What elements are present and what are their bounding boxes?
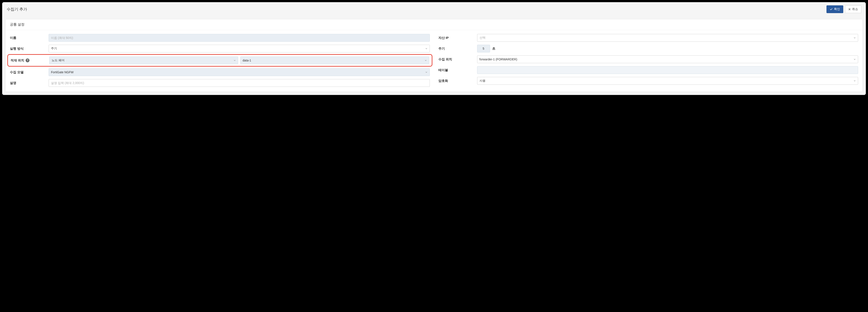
help-icon[interactable]: ?: [26, 59, 29, 62]
encrypt-select[interactable]: 사용: [477, 77, 858, 85]
chevron-down-icon: [854, 58, 856, 60]
label-load-location: 적재 위치 ?: [10, 59, 49, 63]
load-location-target-value: data-1: [243, 59, 425, 62]
right-column: 자산 IP 선택 주기 초: [438, 34, 858, 87]
row-period: 주기 초: [438, 45, 858, 53]
collect-model-value: FortiGate NGFW: [51, 70, 425, 74]
name-input[interactable]: [49, 34, 430, 42]
table-input[interactable]: [477, 66, 858, 74]
check-icon: [830, 8, 833, 11]
load-location-type-select[interactable]: 노드 페어: [49, 57, 238, 64]
panel-body: 이름 실행 방식 주기: [6, 30, 862, 92]
period-input[interactable]: [477, 45, 490, 53]
form-columns: 이름 실행 방식 주기: [10, 34, 858, 87]
close-icon: [848, 8, 851, 10]
chevron-down-icon: [854, 80, 856, 82]
row-desc: 설명: [10, 79, 430, 87]
row-collect-model: 수집 모델 FortiGate NGFW: [10, 68, 430, 76]
label-encrypt: 암호화: [438, 79, 477, 83]
period-unit: 초: [492, 47, 495, 51]
panel-title: 공통 설정: [6, 19, 862, 30]
common-settings-panel: 공통 설정 이름 실행 방식 주기: [5, 19, 863, 92]
row-asset-ip: 자산 IP 선택: [438, 34, 858, 42]
add-collector-modal: 수집기 추가 확인 취소 공통 설정 이름: [2, 2, 866, 95]
collect-model-select[interactable]: FortiGate NGFW: [49, 68, 430, 76]
chevron-down-icon: [234, 59, 236, 62]
chevron-down-icon: [425, 71, 428, 73]
encrypt-value: 사용: [479, 79, 854, 83]
row-collect-location: 수집 위치 forwarder-1 (FORWARDER): [438, 56, 858, 63]
label-asset-ip: 자산 IP: [438, 36, 477, 40]
collect-location-value: forwarder-1 (FORWARDER): [479, 58, 854, 61]
chevron-down-icon: [854, 37, 856, 39]
highlighted-load-location: 적재 위치 ? 노드 페어 data-1: [7, 54, 432, 67]
collect-location-select[interactable]: forwarder-1 (FORWARDER): [477, 56, 858, 63]
row-name: 이름: [10, 34, 430, 42]
load-location-target-select[interactable]: data-1: [240, 57, 429, 64]
row-exec-mode: 실행 방식 주기: [10, 45, 430, 53]
label-load-location-text: 적재 위치: [10, 59, 24, 63]
modal-header: 수집기 추가 확인 취소: [2, 2, 866, 16]
asset-ip-placeholder: 선택: [479, 36, 854, 40]
cancel-label: 취소: [852, 7, 858, 11]
modal-title: 수집기 추가: [7, 7, 27, 12]
header-buttons: 확인 취소: [827, 5, 861, 13]
row-load-location: 적재 위치 ? 노드 페어 data-1: [10, 57, 429, 64]
label-collect-model: 수집 모델: [10, 70, 49, 74]
left-column: 이름 실행 방식 주기: [10, 34, 430, 87]
exec-mode-value: 주기: [51, 47, 425, 50]
confirm-button[interactable]: 확인: [827, 5, 843, 13]
label-table: 테이블: [438, 68, 477, 72]
label-collect-location: 수집 위치: [438, 57, 477, 62]
row-encrypt: 암호화 사용: [438, 77, 858, 85]
confirm-label: 확인: [834, 7, 840, 11]
exec-mode-select[interactable]: 주기: [49, 45, 430, 53]
asset-ip-select[interactable]: 선택: [477, 34, 858, 42]
label-name: 이름: [10, 36, 49, 40]
chevron-down-icon: [425, 59, 427, 62]
row-table: 테이블: [438, 66, 858, 74]
label-desc: 설명: [10, 81, 49, 85]
chevron-down-icon: [425, 47, 428, 49]
label-exec-mode: 실행 방식: [10, 47, 49, 51]
label-period: 주기: [438, 47, 477, 51]
load-location-type-value: 노드 페어: [52, 59, 234, 62]
desc-input[interactable]: [49, 79, 430, 87]
cancel-button[interactable]: 취소: [845, 5, 861, 13]
